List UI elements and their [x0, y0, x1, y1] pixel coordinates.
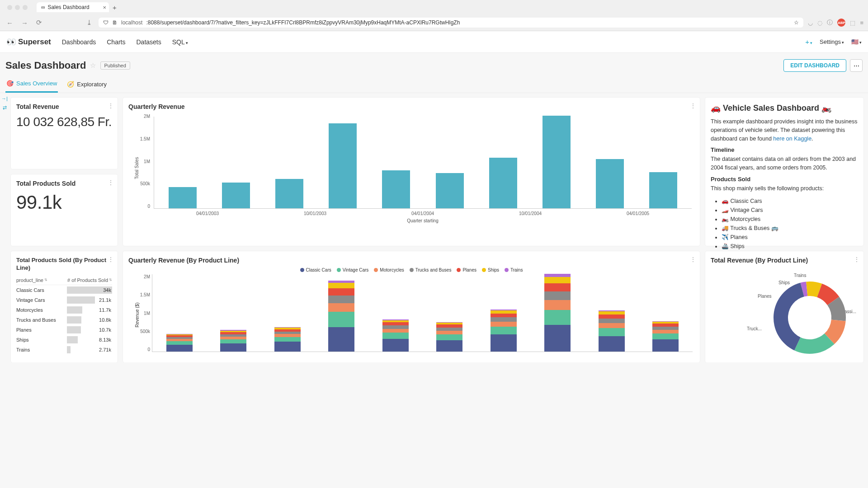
download-icon[interactable]: ⤓ — [85, 18, 94, 28]
legend-item[interactable]: Vintage Cars — [337, 267, 369, 272]
settings-dropdown[interactable]: Settings▾ — [820, 38, 844, 45]
maximize-window-icon[interactable] — [23, 5, 28, 10]
tab-exploratory[interactable]: 🧭 Exploratory — [66, 75, 108, 93]
stacked-column[interactable] — [436, 322, 462, 352]
info-icon[interactable]: ⓘ — [827, 19, 833, 27]
legend-item[interactable]: Classic Cars — [300, 267, 331, 272]
x-axis-label: Quarter starting — [154, 218, 692, 223]
filter-rail: →| ⇄ — [0, 93, 9, 111]
info-paragraph: This shop mainly sells the following pro… — [711, 184, 858, 193]
stacked-column[interactable] — [491, 310, 517, 352]
filter-icon[interactable]: ⇄ — [3, 105, 7, 111]
ellipsis-icon: ⋯ — [854, 62, 859, 69]
chart-menu-button[interactable]: ⋮ — [690, 102, 696, 109]
stacked-column[interactable] — [328, 281, 354, 352]
chart-menu-button[interactable]: ⋮ — [108, 179, 114, 186]
nav-sql[interactable]: SQL▾ — [172, 38, 188, 46]
window-controls[interactable] — [4, 5, 31, 10]
nav-datasets[interactable]: Datasets — [136, 38, 161, 46]
kaggle-link[interactable]: here on Kaggle — [773, 136, 811, 142]
more-actions-button[interactable]: ⋯ — [850, 59, 863, 72]
stacked-column[interactable] — [166, 334, 193, 352]
tab-sales-overview[interactable]: 🎯 Sales Overview — [5, 75, 58, 93]
bar-chart[interactable]: Total Sales 2M 1.5M 1M 500k 0 04/01/2003… — [128, 114, 694, 222]
chart-menu-button[interactable]: ⋮ — [690, 256, 696, 263]
chart-bar[interactable] — [382, 170, 410, 208]
stacked-segment — [436, 331, 462, 334]
nav-charts[interactable]: Charts — [107, 38, 125, 46]
reload-button[interactable]: ⟳ — [34, 18, 44, 28]
col-count[interactable]: # of Products Sold⇅ — [67, 277, 112, 283]
hamburger-menu-icon[interactable]: ≡ — [860, 19, 863, 26]
table-row[interactable]: Trucks and Buses10.8k — [16, 315, 112, 325]
browser-extension-icons: ◡ ◌ ⓘ ABP ⬚ ≡ — [808, 19, 863, 27]
url-path: :8088/superset/dashboard/7/?native_filte… — [146, 19, 460, 26]
stacked-segment — [599, 328, 625, 336]
stacked-segment — [436, 334, 462, 340]
stacked-column[interactable] — [652, 321, 679, 352]
back-button[interactable]: ← — [5, 18, 15, 28]
pocket-icon[interactable]: ◡ — [808, 19, 813, 26]
donut-chart[interactable]: Trains Ships Planes Truck... Classi... — [711, 267, 858, 358]
coin-icon[interactable]: ◌ — [817, 19, 822, 26]
chart-bar[interactable] — [169, 187, 197, 208]
legend-item[interactable]: Trucks and Buses — [410, 267, 452, 272]
chart-bar[interactable] — [436, 173, 464, 208]
table-row[interactable]: Trains2.71k — [16, 345, 112, 355]
chart-bar[interactable] — [275, 179, 303, 208]
chart-bar[interactable] — [329, 123, 357, 208]
new-tab-button[interactable]: + — [113, 4, 117, 11]
legend-swatch — [337, 268, 341, 272]
forward-button[interactable]: → — [19, 18, 30, 28]
stacked-column[interactable] — [274, 327, 301, 352]
url-input[interactable]: 🛡 🗎 localhost:8088/superset/dashboard/7/… — [99, 18, 803, 28]
extension-icon[interactable]: ⬚ — [850, 19, 855, 26]
table-row[interactable]: Motorcycles11.7k — [16, 305, 112, 315]
stacked-column[interactable] — [544, 274, 571, 352]
edit-dashboard-button[interactable]: EDIT DASHBOARD — [783, 59, 846, 72]
table-row[interactable]: Ships8.13k — [16, 335, 112, 345]
table-header: product_line⇅ # of Products Sold⇅ — [16, 276, 112, 285]
locale-flag[interactable]: 🇺🇸▾ — [851, 38, 862, 45]
stacked-column[interactable] — [599, 310, 625, 352]
table-row[interactable]: Vintage Cars21.1k — [16, 295, 112, 305]
card-title: Total Revenue (By Product Line) — [711, 257, 858, 264]
chart-menu-button[interactable]: ⋮ — [108, 256, 114, 263]
chart-menu-button[interactable]: ⋮ — [108, 102, 114, 109]
sort-icon: ⇅ — [44, 278, 47, 282]
stacked-segment — [382, 329, 409, 333]
chart-bar[interactable] — [596, 159, 624, 208]
bookmark-star-icon[interactable]: ☆ — [794, 19, 799, 26]
stacked-column[interactable] — [382, 319, 409, 352]
minimize-window-icon[interactable] — [15, 5, 20, 10]
legend-item[interactable]: Ships — [482, 267, 499, 272]
stacked-segment — [599, 314, 625, 319]
legend-item[interactable]: Planes — [457, 267, 476, 272]
table-row[interactable]: Planes10.7k — [16, 325, 112, 335]
nav-dashboards[interactable]: Dashboards — [62, 38, 96, 46]
legend-swatch — [374, 268, 378, 272]
url-host: localhost — [121, 19, 142, 26]
chart-bar[interactable] — [222, 183, 250, 208]
tab-label: Exploratory — [77, 81, 107, 88]
close-window-icon[interactable] — [7, 5, 12, 10]
stacked-bar-chart[interactable]: Revenue ($) 2M 1.5M 1M 500k 0 — [128, 274, 694, 356]
abp-icon[interactable]: ABP — [837, 19, 845, 27]
browser-tab[interactable]: ∞ Sales Dashboard × — [37, 2, 109, 12]
chart-bar[interactable] — [542, 116, 571, 208]
legend-item[interactable]: Motorcycles — [374, 267, 404, 272]
stacked-segment — [328, 327, 354, 352]
superset-logo[interactable]: 👀 Superset — [6, 37, 51, 47]
chart-bar[interactable] — [489, 158, 517, 208]
table-row[interactable]: Classic Cars34k — [16, 285, 112, 295]
chart-menu-button[interactable]: ⋮ — [854, 256, 860, 263]
expand-filters-icon[interactable]: →| — [1, 96, 8, 101]
add-button[interactable]: +▾ — [805, 38, 812, 46]
legend-item[interactable]: Trains — [505, 267, 523, 272]
stacked-column[interactable] — [220, 330, 246, 352]
col-product-line[interactable]: product_line⇅ — [16, 277, 67, 283]
stacked-segment — [599, 319, 625, 323]
favorite-star-icon[interactable]: ☆ — [90, 61, 96, 70]
chart-bar[interactable] — [649, 172, 677, 208]
close-tab-icon[interactable]: × — [103, 4, 106, 11]
